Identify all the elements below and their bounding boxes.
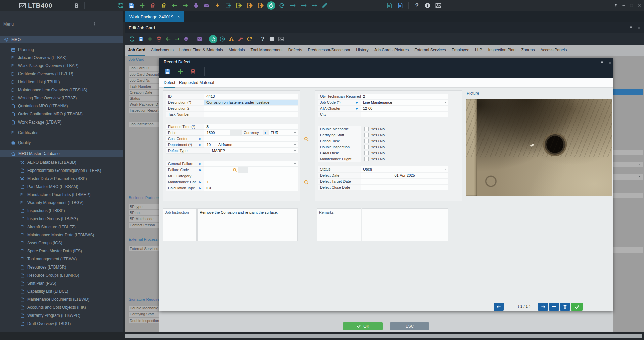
field-arrow-icon[interactable]: ▶ — [199, 143, 201, 146]
job-code-field[interactable]: Line Maintenance — [361, 100, 448, 105]
tab-employee[interactable]: Employee — [452, 45, 469, 56]
export-orange2-button[interactable] — [256, 1, 265, 10]
report-button[interactable] — [396, 1, 405, 10]
sidebar-item-quotations-mro[interactable]: Quotations MRO (LTBANM) — [0, 102, 123, 110]
department-number-field[interactable]: 10 — [204, 142, 216, 148]
purge-button[interactable] — [159, 1, 168, 10]
tab-defects[interactable]: Defects — [288, 45, 302, 56]
pin-icon[interactable] — [629, 26, 633, 30]
field-arrow-icon[interactable]: ▶ — [199, 181, 201, 184]
remarks-field[interactable] — [362, 208, 448, 241]
forward-button[interactable] — [173, 35, 182, 44]
help-button[interactable]: ? — [412, 1, 421, 10]
sidebar-item-work-package-overview[interactable]: Work Package Overview (LTBAP) — [0, 62, 123, 69]
chevron-down-icon[interactable] — [294, 176, 296, 178]
export-teal-button[interactable] — [224, 1, 233, 10]
defect-type-field[interactable]: MAREP — [210, 148, 298, 154]
save-button[interactable] — [136, 35, 145, 44]
close-icon[interactable] — [608, 61, 612, 65]
defect-close-date-field[interactable] — [361, 185, 448, 190]
defect-target-date-field[interactable] — [361, 179, 448, 184]
tab-labour-time-materials[interactable]: Labour Time & Materials — [179, 45, 223, 56]
tab-work-package[interactable]: Work Package 240019 × — [125, 11, 184, 22]
excel-export-button[interactable] — [385, 1, 394, 10]
refresh-button[interactable] — [127, 35, 136, 44]
department-field[interactable]: Airframe — [216, 142, 298, 148]
pin-icon[interactable] — [600, 61, 604, 65]
field-arrow-icon[interactable]: ▶ — [199, 137, 201, 140]
sidebar-item-aero-database[interactable]: AERO Database (LTBABD) — [0, 159, 123, 166]
sidebar-item-maintenance-documents[interactable]: Maintenance Documents (LTBWD) — [0, 296, 123, 303]
sidebar-item-hold-item-list[interactable]: Hold Item List (LTBHIL) — [0, 78, 123, 86]
sidebar-item-spare-parts-master-data[interactable]: Spare Parts Master Data (IES) — [0, 247, 123, 255]
chevron-down-icon[interactable] — [294, 188, 296, 190]
save-button[interactable] — [164, 68, 171, 75]
tab-job-card[interactable]: Job Card — [128, 45, 145, 56]
delete-button[interactable] — [148, 1, 157, 10]
sidebar-section-mro[interactable]: MRO — [0, 36, 123, 43]
failure-code-field[interactable] — [204, 167, 238, 173]
mel-category-field[interactable] — [204, 173, 298, 179]
tab-predecessor-successor[interactable]: Predecessor/Successor — [308, 45, 351, 56]
sidebar-item-working-time-overview[interactable]: Working Time Overview (LTBAZ) — [0, 94, 123, 102]
tab-defect[interactable]: Defect — [164, 78, 175, 88]
sidebar-item-jobcard-overview[interactable]: Jobcard Overview (LTBAK) — [0, 54, 123, 61]
ok-button[interactable]: OK — [343, 322, 383, 330]
tab-inspection-plan[interactable]: Inspection Plan — [488, 45, 515, 56]
time-recording-button[interactable] — [267, 1, 276, 10]
sidebar-item-maintenance-item-overview[interactable]: Maintenance Item Overview (LTBSUS) — [0, 86, 123, 94]
cost-center-field[interactable] — [204, 136, 298, 142]
tab-access-panels[interactable]: Access Panels — [541, 45, 567, 56]
close-icon[interactable] — [637, 3, 641, 8]
picture-delete-button[interactable] — [560, 303, 570, 311]
wrench-button[interactable] — [236, 35, 245, 44]
add-button[interactable] — [138, 1, 147, 10]
planned-time-field[interactable]: 8 — [204, 124, 298, 130]
job-instruction-field[interactable]: Remove the Corrosion and re-paint the su… — [197, 208, 298, 241]
tab-zonens[interactable]: Zonens — [521, 45, 535, 56]
qty-technician-field[interactable]: 2 — [361, 94, 448, 99]
tab-external-services[interactable]: External Services — [414, 45, 446, 56]
delete-button[interactable] — [190, 68, 196, 75]
sidebar-item-certificate-overview[interactable]: Certificate Overview (LTBZER) — [0, 70, 123, 78]
info-button[interactable] — [423, 1, 432, 10]
cost-center-magnifier-icon[interactable] — [304, 136, 309, 142]
sidebar-item-asset-groups[interactable]: Asset Groups (IGS) — [0, 239, 123, 247]
field-arrow-icon[interactable]: ▶ — [199, 187, 201, 190]
sidebar-item-quality[interactable]: Quality — [0, 139, 123, 146]
tab-materials[interactable]: Materials — [229, 45, 245, 56]
sidebar-item-aircraft-structure[interactable]: Aircraft Structure (LTBLFZ) — [0, 223, 123, 231]
sidebar-item-tool-management[interactable]: Tool management (LTBWV) — [0, 255, 123, 263]
chevron-down-icon[interactable] — [294, 144, 296, 146]
city-field[interactable] — [361, 112, 448, 117]
general-failure-field[interactable] — [204, 161, 298, 167]
picture-prev-button[interactable] — [494, 303, 504, 311]
refresh-button[interactable] — [116, 1, 125, 10]
menu-pin-icon[interactable] — [93, 22, 96, 26]
field-arrow-icon[interactable]: ▶ — [199, 162, 201, 165]
print-button[interactable] — [191, 1, 200, 10]
calculation-type-field[interactable]: FX — [204, 185, 298, 191]
tab-llp[interactable]: LLP — [475, 45, 482, 56]
send-fast-button[interactable] — [320, 1, 329, 10]
back-button[interactable] — [170, 1, 179, 10]
picture-confirm-button[interactable] — [571, 303, 583, 311]
picture-button[interactable] — [434, 1, 443, 10]
picture-add-button[interactable] — [549, 303, 559, 311]
tab-close-icon[interactable]: × — [177, 14, 180, 19]
task-number-field[interactable] — [204, 112, 298, 117]
tab-history[interactable]: History — [356, 45, 368, 56]
sidebar-item-warranty-program[interactable]: Warranty Program (LTBWPR) — [0, 312, 123, 319]
magnifier-icon[interactable] — [233, 168, 237, 172]
double-inspection-checkbox[interactable] — [364, 145, 369, 149]
save-button[interactable] — [127, 1, 136, 10]
chevron-down-icon[interactable] — [294, 150, 296, 152]
flash-button[interactable] — [213, 1, 222, 10]
send-2-button[interactable] — [299, 1, 308, 10]
sidebar-item-certificates[interactable]: Certificates — [0, 129, 123, 136]
add-button[interactable] — [145, 35, 154, 44]
close-icon[interactable] — [637, 26, 641, 30]
sidebar-item-accounts-cost-objects[interactable]: Accounts and Cost Objects (FIK) — [0, 304, 123, 311]
tab-requested-material[interactable]: Requested Material — [179, 78, 214, 88]
price-field[interactable]: 1500 — [204, 130, 230, 136]
